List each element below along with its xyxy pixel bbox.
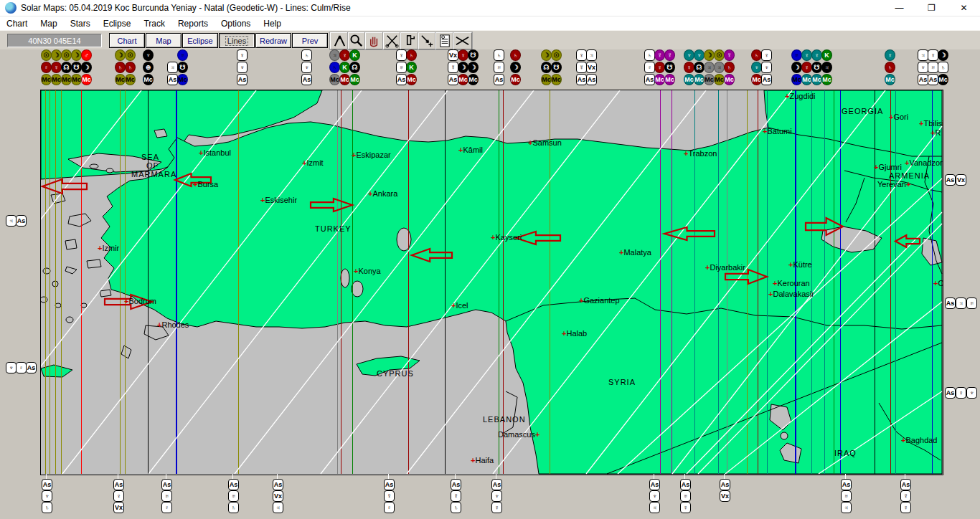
bottom-line-badge: As <box>384 479 395 490</box>
right-line-badge: As <box>945 297 956 309</box>
maximize-button[interactable]: ❐ <box>915 0 948 16</box>
region-label: SEA <box>141 153 159 161</box>
top-line-badge: Mc <box>664 74 675 85</box>
toolbar-button-eclipse[interactable]: Eclipse <box>182 33 218 48</box>
menu-chart[interactable]: Chart <box>0 16 34 30</box>
top-line-badge: ♄ <box>510 49 521 61</box>
badge-stem <box>166 474 166 479</box>
toolbar-button-map[interactable]: Map <box>146 33 182 48</box>
city-label-haifa: +Haifa <box>471 456 494 465</box>
top-line-badge: ♃ <box>586 49 597 61</box>
pan-hand-tool-icon[interactable] <box>365 32 384 49</box>
bottom-line-badge: ♆ <box>42 490 52 502</box>
top-line-badge: ☋ <box>811 62 822 73</box>
bottom-line-badge: ☿ <box>451 490 461 502</box>
menu-help[interactable]: Help <box>257 16 288 30</box>
top-line-badge: Mc <box>177 74 188 85</box>
city-label-malatya: +Malatya <box>619 248 652 257</box>
menu-eclipse[interactable]: Eclipse <box>97 16 138 30</box>
badge-stem <box>455 474 456 479</box>
city-label-rhodes: +Rhodes <box>157 320 189 329</box>
top-line-badge: Mc <box>684 74 694 85</box>
region-label: GEORGIA <box>842 107 883 115</box>
scissors-tool-icon[interactable] <box>383 32 402 49</box>
info-tool-icon[interactable] <box>435 32 454 49</box>
city-label-eskipazar: +Eskipazar <box>352 151 391 159</box>
locate-tool-icon[interactable] <box>418 32 437 49</box>
toolbar: 40N30 045E14 ChartMapEclipseLinesRedrawP… <box>0 30 980 49</box>
top-line-badge: As <box>396 74 407 85</box>
menu-track[interactable]: Track <box>137 16 171 30</box>
top-line-badge: ♀ <box>237 49 248 61</box>
top-line-badge: ♀ <box>761 49 772 61</box>
top-line-badge: ♆ <box>918 62 928 73</box>
toolbar-button-lines[interactable]: Lines <box>219 33 255 48</box>
top-line-badge: ♄ <box>406 49 417 61</box>
minimize-button[interactable]: — <box>883 0 915 16</box>
city-label-o: +O <box>933 279 943 287</box>
top-line-badge: Mc <box>751 74 762 85</box>
region-label: OF <box>146 161 159 170</box>
city-label-izmir: +Izmir <box>98 244 120 252</box>
region-label: MARMARA <box>131 170 176 178</box>
top-line-badge: ☉ <box>61 49 72 61</box>
bottom-line-badge: Vx <box>273 490 283 502</box>
top-line-badge: Mc <box>938 74 948 85</box>
roller-tool-icon[interactable] <box>400 32 419 49</box>
city-label-istanbul: +Istanbul <box>199 148 231 157</box>
bottom-line-badge: As <box>900 479 911 490</box>
top-line-badge: ☋ <box>551 62 562 73</box>
top-line-badge: ☋ <box>468 49 479 61</box>
top-line-badge: ♆ <box>761 62 772 73</box>
toolbar-button-prev[interactable]: Prev <box>292 33 328 48</box>
badge-stem <box>277 474 278 479</box>
top-line-badge: ♄ <box>115 62 126 73</box>
toolbar-button-redraw[interactable]: Redraw <box>255 33 291 48</box>
top-line-badge: ☊ <box>541 62 552 73</box>
city-label-vanadzor: +Vanadzor <box>905 158 943 167</box>
city-label-kâmil: +Kâmil <box>458 146 483 154</box>
top-line-badge: ♄ <box>301 49 312 61</box>
city-label-halab: +Halab <box>562 329 587 338</box>
map-area[interactable]: SEAOFMARMARATURKEYGEORGIAARMENIACYPRUSSY… <box>40 90 943 475</box>
bottom-line-badge: ♇ <box>384 502 395 513</box>
top-line-badge: ☋ <box>71 62 82 73</box>
top-line-badge: Mc <box>541 74 552 85</box>
top-line-badge: ☊ <box>694 62 705 73</box>
bottom-line-badge: Vx <box>720 490 730 502</box>
top-line-badge: ☽ <box>81 62 92 73</box>
close-button[interactable]: ✕ <box>948 0 980 16</box>
menu-bar: ChartMapStarsEclipseTrackReportsOptionsH… <box>0 16 980 30</box>
city-label-eskisehir: +Eskisehir <box>260 196 297 204</box>
top-line-badge: As <box>928 74 938 85</box>
cross-tool-icon[interactable] <box>453 32 472 49</box>
bottom-line-badge: ☿ <box>384 490 395 502</box>
menu-map[interactable]: Map <box>34 16 63 30</box>
bottom-line-badge: As <box>720 479 730 490</box>
top-line-badge: Mc <box>143 74 154 85</box>
zoom-tool-icon[interactable] <box>348 32 367 49</box>
menu-reports[interactable]: Reports <box>171 16 215 30</box>
top-line-badge: ♀ <box>458 49 468 61</box>
city-label-batumi: +Batumi <box>763 127 792 135</box>
menu-stars[interactable]: Stars <box>64 16 97 30</box>
bottom-line-badge: ♅ <box>228 490 239 502</box>
menu-options[interactable]: Options <box>215 16 257 30</box>
top-line-badge: ⊕ <box>143 62 154 73</box>
right-line-badge: As <box>945 387 956 399</box>
toolbar-button-chart[interactable]: Chart <box>109 33 145 48</box>
window-title: Solar Maps: 05.04.2019 Koc Burcunda Yeni… <box>21 3 351 13</box>
badge-stem <box>684 474 685 479</box>
region-label: IRAQ <box>834 449 857 457</box>
bottom-line-badge: As <box>273 479 283 490</box>
city-label-kerouran: +Kerouran <box>773 279 810 287</box>
region-label: ARMENIA <box>889 171 930 180</box>
divider-tool-icon[interactable] <box>330 32 349 49</box>
top-line-badge: ♀ <box>51 62 62 73</box>
left-line-badge: As <box>26 362 37 373</box>
top-line-badge: ♃ <box>167 62 178 73</box>
top-line-badge: ☿ <box>664 49 675 61</box>
top-line-badge: K <box>406 62 417 73</box>
top-line-badge: Mc <box>61 74 72 85</box>
top-line-badge: ♄ <box>494 49 504 61</box>
